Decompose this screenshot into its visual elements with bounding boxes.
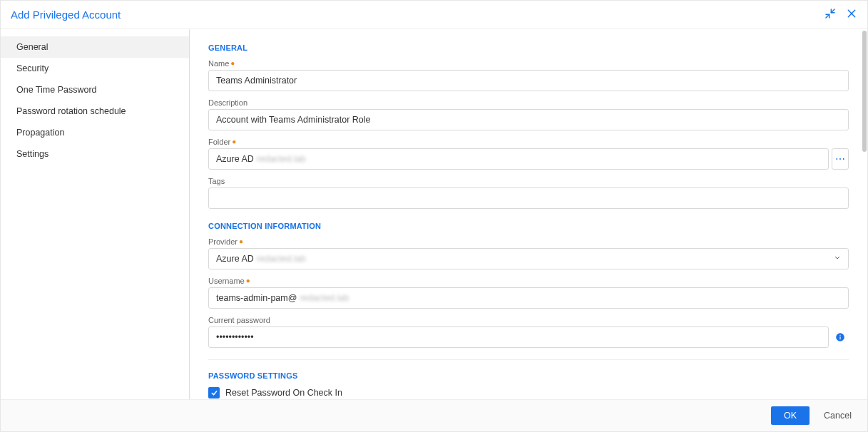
- close-icon[interactable]: [846, 8, 857, 21]
- sidebar-item-rotation-schedule[interactable]: Password rotation schedule: [1, 101, 189, 122]
- description-label: Description: [208, 98, 247, 107]
- required-marker: ●: [239, 240, 243, 244]
- provider-select[interactable]: Azure AD redacted.lab: [208, 248, 849, 269]
- folder-browse-button[interactable]: ⋯: [832, 148, 849, 170]
- current-password-label: Current password: [208, 316, 270, 324]
- description-input[interactable]: [208, 109, 849, 130]
- reset-password-checkbox-label: Reset Password On Check In: [225, 388, 342, 398]
- tags-label: Tags: [208, 177, 225, 185]
- name-input[interactable]: [208, 70, 849, 91]
- window-title: Add Privileged Account: [11, 9, 121, 21]
- required-marker: ●: [230, 61, 235, 66]
- svg-rect-2: [839, 335, 840, 336]
- tags-input[interactable]: [208, 187, 849, 209]
- current-password-input[interactable]: ••••••••••••: [208, 326, 829, 348]
- section-title-password-settings: PASSWORD SETTINGS: [208, 371, 849, 380]
- sidebar-nav: General Security One Time Password Passw…: [1, 29, 190, 399]
- sidebar-item-settings[interactable]: Settings: [1, 143, 189, 165]
- sidebar-item-propagation[interactable]: Propagation: [1, 122, 189, 143]
- ok-button[interactable]: OK: [771, 406, 810, 425]
- section-title-general: GENERAL: [208, 43, 849, 52]
- name-label: Name: [208, 59, 229, 68]
- scrollbar[interactable]: [862, 31, 867, 152]
- required-marker: ●: [246, 279, 250, 283]
- sidebar-item-security[interactable]: Security: [1, 58, 189, 79]
- footer: OK Cancel: [1, 399, 867, 431]
- folder-input[interactable]: Azure AD redacted.lab: [208, 148, 829, 170]
- required-marker: ●: [232, 140, 236, 144]
- form-area: GENERAL Name ● Description Folder ●: [190, 29, 867, 399]
- password-info-button[interactable]: [832, 326, 849, 348]
- username-label: Username: [208, 277, 245, 285]
- sidebar-item-general[interactable]: General: [1, 36, 189, 58]
- sidebar-item-otp[interactable]: One Time Password: [1, 79, 189, 101]
- cancel-button[interactable]: Cancel: [821, 406, 854, 425]
- section-title-connection: CONNECTION INFORMATION: [208, 222, 849, 230]
- username-input[interactable]: teams-admin-pam@ redacted.lab: [208, 287, 849, 309]
- reset-password-checkbox[interactable]: [208, 387, 220, 398]
- provider-label: Provider: [208, 237, 238, 246]
- titlebar: Add Privileged Account: [1, 1, 867, 29]
- svg-rect-1: [839, 336, 840, 339]
- folder-label: Folder: [208, 138, 230, 146]
- collapse-icon[interactable]: [824, 8, 836, 21]
